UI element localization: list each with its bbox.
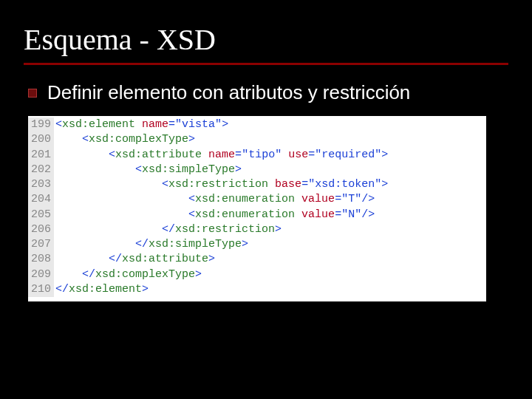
code-line: </xsd:complexType> (55, 267, 388, 282)
line-number: 205 (31, 208, 51, 222)
code-snippet: 199200201202203204205206207208209210 <xs… (28, 116, 486, 301)
line-number: 207 (31, 237, 51, 252)
line-number: 202 (31, 163, 51, 177)
line-number: 203 (31, 177, 51, 192)
code-line: <xsd:enumeration value="N"/> (55, 208, 388, 222)
slide: Esquema - XSD Definir elemento con atrib… (0, 0, 532, 399)
line-number-gutter: 199200201202203204205206207208209210 (28, 117, 54, 297)
code-line: <xsd:simpleType> (55, 163, 388, 177)
slide-title: Esquema - XSD (24, 22, 508, 61)
line-number: 209 (31, 267, 51, 282)
bullet-text: Definir elemento con atributos y restric… (47, 81, 410, 104)
bullet-item: Definir elemento con atributos y restric… (28, 81, 508, 104)
code-line: <xsd:attribute name="tipo" use="required… (55, 148, 388, 163)
line-number: 200 (31, 132, 51, 147)
line-number: 206 (31, 222, 51, 237)
line-number: 199 (31, 117, 51, 132)
code-content: <xsd:element name="vista"> <xsd:complexT… (54, 117, 388, 297)
code-line: </xsd:simpleType> (55, 237, 388, 252)
code-line: <xsd:complexType> (55, 132, 388, 147)
code-line: <xsd:element name="vista"> (55, 117, 388, 132)
title-underline (24, 63, 508, 65)
code-line: </xsd:attribute> (55, 252, 388, 267)
code-line: <xsd:enumeration value="T"/> (55, 192, 388, 207)
code-line: </xsd:element> (55, 282, 388, 297)
line-number: 204 (31, 192, 51, 207)
code-line: </xsd:restriction> (55, 222, 388, 237)
line-number: 210 (31, 282, 51, 297)
bullet-square-icon (28, 89, 37, 98)
code-line: <xsd:restriction base="xsd:token"> (55, 177, 388, 192)
line-number: 201 (31, 148, 51, 163)
line-number: 208 (31, 252, 51, 267)
